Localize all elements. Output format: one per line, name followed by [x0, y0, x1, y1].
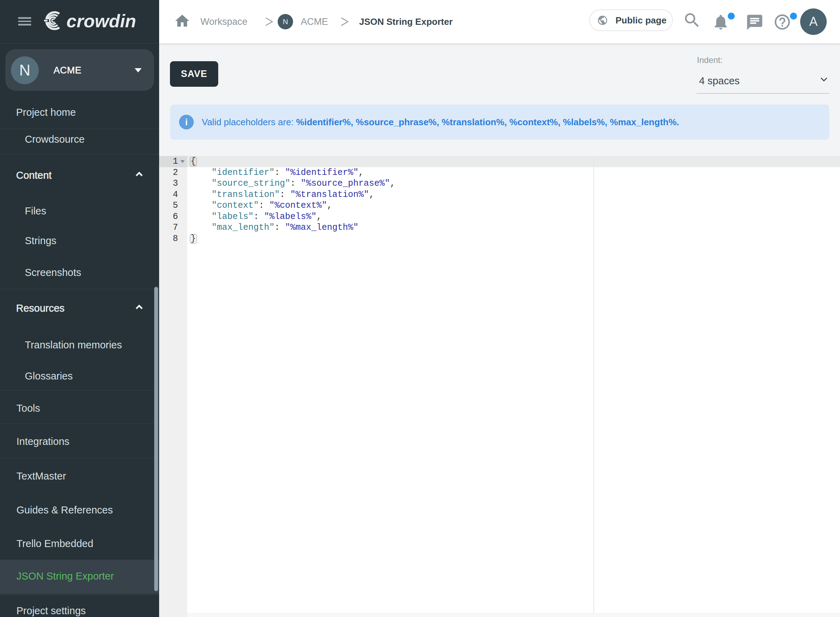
svg-text:crowdin: crowdin [66, 11, 136, 31]
